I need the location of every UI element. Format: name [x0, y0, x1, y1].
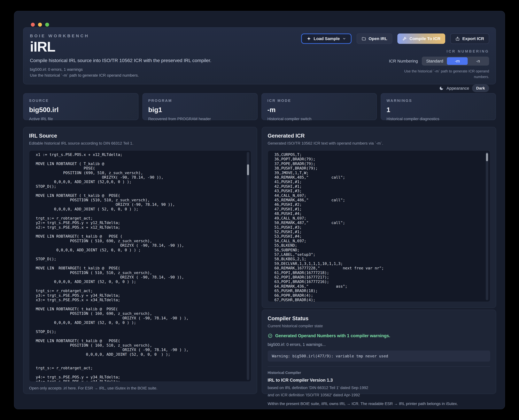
- header-panel: BOIE WORKBENCH iIRL Compile historical I…: [23, 27, 496, 84]
- suite-ownership-note: Within the present BOIE suite, iIRL owns…: [268, 402, 490, 406]
- sparkle-icon: [307, 37, 311, 41]
- moon-icon: [439, 86, 444, 90]
- compiler-icr-definition: and on ICR definition 'ISO/TR 10562' dat…: [268, 393, 490, 397]
- stat-desc: Active IRL file: [29, 117, 132, 121]
- stat-value: big1: [148, 106, 252, 114]
- irl-source-footer-note: Open only accepts .irl here. For ESR → I…: [29, 386, 251, 390]
- toolbar: Load Sample Open IRL Compile To ICR Expo…: [301, 33, 489, 44]
- irl-source-panel: IRL Source Editable historical IRL sourc…: [23, 127, 257, 394]
- compiler-status-summary: big500.irl: 0 errors, 1 warnings...: [268, 342, 490, 347]
- generated-icr-output[interactable]: 35,CURPOS,T; 36,POPT,BRADR(79); 37,POPE,…: [268, 150, 490, 302]
- scrollbar-track[interactable]: [247, 152, 249, 380]
- export-icr-label: Export ICR: [462, 36, 484, 41]
- compiler-status-subtitle: Current historical compiler state: [268, 324, 490, 328]
- irl-source-code[interactable]: x1 := trgt_s.PSE.POS.x + x12_RLTdelta; M…: [36, 152, 242, 382]
- stat-desc: Recovered from PROGRAM header: [148, 117, 252, 121]
- stat-desc: Historical compiler diagnostics: [387, 117, 490, 121]
- chevron-down-icon: [342, 37, 346, 40]
- stat-card-warnings: WARNINGS 1 Historical compiler diagnosti…: [381, 93, 496, 120]
- stat-card-program: PROGRAM big1 Recovered from PROGRAM head…: [142, 93, 258, 120]
- generated-icr-panel: Generated ICR Generated ISO/TR 10562 ICR…: [262, 127, 496, 308]
- stat-value: 1: [387, 106, 490, 114]
- appearance-toggle[interactable]: Dark: [472, 84, 489, 92]
- hammer-icon: [402, 36, 407, 41]
- open-irl-label: Open IRL: [369, 36, 387, 41]
- icr-option-n[interactable]: -n: [468, 57, 488, 65]
- scrollbar-track[interactable]: [486, 152, 488, 300]
- badge-check-icon: [268, 333, 273, 338]
- generated-icr-code: 35,CURPOS,T; 36,POPT,BRADR(79); 37,POPE,…: [274, 152, 481, 302]
- scrollbar-thumb[interactable]: [247, 164, 249, 175]
- app-window: BOIE WORKBENCH iIRL Compile historical I…: [14, 11, 505, 409]
- stat-cards: SOURCE big500.irl Active IRL file PROGRA…: [23, 93, 496, 120]
- zoom-button[interactable]: [45, 23, 49, 27]
- compile-to-icr-label: Compile To ICR: [410, 36, 441, 41]
- stat-card-icr-mode: ICR MODE -m Historical compiler switch: [262, 93, 377, 120]
- stat-card-source: SOURCE big500.irl Active IRL file: [23, 93, 139, 120]
- close-button[interactable]: [31, 23, 35, 27]
- window-controls: [31, 23, 49, 27]
- icr-option-m[interactable]: -m: [447, 57, 468, 65]
- stat-desc: Historical compiler switch: [267, 117, 371, 121]
- load-sample-button[interactable]: Load Sample: [301, 33, 351, 44]
- compiler-version: IRL to ICR Compiler Version 1.3: [268, 378, 490, 383]
- stat-label: SOURCE: [29, 98, 132, 103]
- icr-numbering-help: Use the historical `-m` path to generate…: [396, 68, 489, 80]
- scrollbar-thumb[interactable]: [486, 153, 488, 161]
- export-icr-button[interactable]: Export ICR: [450, 33, 489, 44]
- irl-source-title: IRL Source: [29, 133, 251, 139]
- irl-source-subtitle: Editable historical IRL source according…: [29, 141, 251, 146]
- historical-compiler-label: Historical Compiler: [268, 371, 490, 375]
- compile-to-icr-button[interactable]: Compile To ICR: [397, 33, 445, 44]
- stat-label: ICR MODE: [267, 98, 371, 103]
- folder-icon: [362, 37, 366, 41]
- compiler-status-message: Generated Operand Numbers with 1 compile…: [275, 333, 390, 338]
- open-irl-button[interactable]: Open IRL: [356, 33, 392, 44]
- icr-numbering-section-label: ICR NUMBERING: [447, 49, 489, 53]
- stat-value: big500.irl: [29, 106, 132, 114]
- compiler-warning: Warning: big500.irl(477/9): variable tmp…: [268, 351, 490, 362]
- compiler-status-panel: Compiler Status Current historical compi…: [262, 310, 496, 394]
- icr-numbering-segmented-control: Standard -m -n: [422, 57, 489, 66]
- appearance-label: Appearance: [447, 86, 469, 91]
- irl-source-editor[interactable]: x1 := trgt_s.PSE.POS.x + x12_RLTdelta; M…: [29, 150, 251, 382]
- minimize-button[interactable]: [38, 23, 42, 27]
- stat-label: PROGRAM: [148, 98, 252, 103]
- load-sample-label: Load Sample: [314, 36, 340, 41]
- generated-icr-subtitle: Generated ISO/TR 10562 ICR text with ope…: [268, 141, 490, 146]
- stat-label: WARNINGS: [387, 98, 490, 103]
- divider: [268, 366, 490, 367]
- icr-option-standard[interactable]: Standard: [423, 57, 447, 65]
- icr-numbering-label: ICR Numbering: [389, 59, 418, 63]
- generated-icr-title: Generated ICR: [268, 133, 490, 139]
- stat-value: -m: [267, 106, 371, 114]
- compiler-irl-definition: based on IRL definition 'DIN 66312 Teil …: [268, 386, 490, 390]
- share-icon: [455, 37, 460, 41]
- compiler-status-title: Compiler Status: [268, 315, 490, 322]
